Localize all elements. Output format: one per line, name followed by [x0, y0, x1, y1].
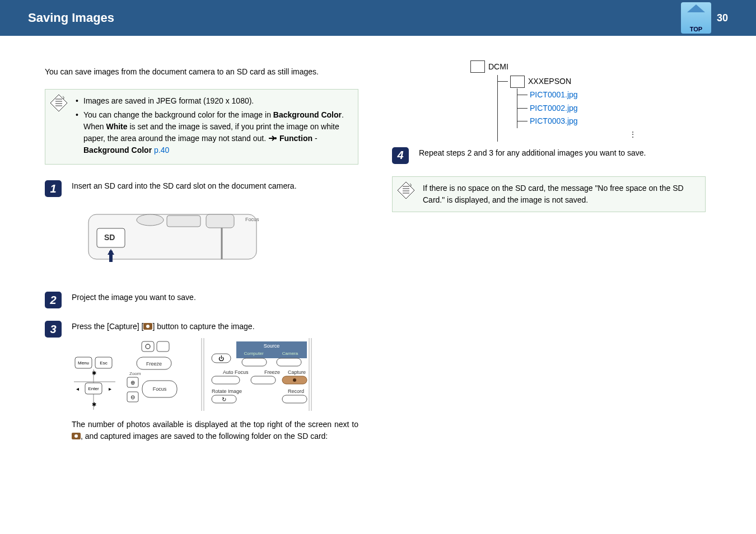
pointer-icon: [268, 134, 277, 142]
svg-rect-6: [167, 216, 200, 227]
capture-label: Capture: [288, 369, 306, 375]
svg-rect-34: [242, 358, 267, 366]
computer-label: Computer: [244, 351, 263, 356]
folder-root: DCMI: [470, 60, 706, 73]
autofocus-label: Auto Focus: [223, 369, 249, 375]
note-box-tips: Images are saved in JPEG format (1920 x …: [45, 89, 358, 165]
svg-rect-37: [251, 376, 276, 384]
svg-text:⊕: ⊕: [130, 380, 135, 386]
left-column: You can save images from the document ca…: [45, 58, 358, 462]
svg-point-39: [293, 378, 296, 382]
source-label: Source: [264, 343, 280, 349]
step-4-body: Repeat steps 2 and 3 for any additional …: [419, 147, 706, 164]
folder-sub: XXXEPSON PICT0001.jpg PICT0002.jpg PICT0…: [498, 75, 706, 142]
step-3-num: 3: [45, 321, 62, 338]
svg-text:⊖: ⊖: [130, 394, 135, 400]
svg-rect-42: [282, 395, 307, 403]
capture-icon: [143, 323, 152, 330]
top-home-icon[interactable]: TOP: [681, 2, 711, 34]
step-3-after: The number of photos available is displa…: [72, 419, 358, 442]
control-panel-left: Freeze Zoom ⊕ ⊖ Focus Menu Esc: [72, 338, 184, 411]
step-3-body: Press the [Capture] [] button to capture…: [72, 321, 358, 450]
capture-icon-2: [72, 433, 81, 439]
step-4: 4 Repeat steps 2 and 3 for any additiona…: [392, 147, 706, 164]
note-box-warning: If there is no space on the SD card, the…: [392, 176, 706, 212]
intro-text: You can save images from the document ca…: [45, 66, 358, 78]
folder-diagram: DCMI XXXEPSON PICT0001.jpg PICT0002.jpg …: [392, 60, 706, 142]
s3-aa: The number of photos available is displa…: [72, 420, 358, 429]
focus-label: Focus: [153, 386, 167, 392]
folder-sub-label: XXXEPSON: [528, 75, 571, 88]
step-2-text: Project the image you want to save.: [72, 292, 358, 303]
zoom-label: Zoom: [129, 371, 141, 376]
enter-label: Enter: [88, 386, 99, 391]
n1-b2-f: Function: [279, 134, 312, 143]
page-title: Saving Images: [28, 11, 114, 25]
header-right: TOP 30: [681, 2, 728, 34]
svg-marker-43: [398, 182, 414, 199]
folder-ellipsis: ⋮: [561, 128, 706, 142]
page-ref-link[interactable]: p.40: [154, 146, 169, 154]
freeze-label-r: Freeze: [264, 369, 280, 375]
svg-text:◂: ◂: [76, 386, 79, 392]
s3-ta: Press the [Capture] [: [72, 322, 143, 331]
folder-icon: [470, 60, 485, 73]
n1-b2-h: Background Color: [83, 146, 152, 154]
n1-b2-d: White: [106, 122, 127, 131]
n1-b2-a: You can change the background color for …: [83, 110, 273, 119]
svg-marker-0: [50, 95, 67, 111]
step-1-body: Insert an SD card into the SD card slot …: [72, 180, 358, 279]
menu-label: Menu: [78, 360, 89, 366]
file-2[interactable]: PICT0002.jpg: [517, 102, 706, 115]
svg-text:Focus: Focus: [245, 217, 259, 222]
top-label: TOP: [690, 26, 702, 32]
n1-b2-b: Background Color: [273, 110, 342, 119]
header-bar: Saving Images TOP 30: [0, 0, 756, 36]
note1-bullet2: You can change the background color for …: [76, 109, 350, 156]
step-2-body: Project the image you want to save.: [72, 292, 358, 308]
control-panels: Freeze Zoom ⊕ ⊖ Focus Menu Esc: [72, 338, 358, 411]
folder-icon: [510, 76, 525, 88]
svg-text:✱: ✱: [92, 370, 96, 376]
folder-root-label: DCMI: [488, 62, 508, 71]
n1-b2-g: -: [312, 134, 318, 143]
note1-b1-text: Images are saved in JPEG format (1920 x …: [83, 96, 254, 105]
esc-label: Esc: [100, 360, 107, 366]
step-2: 2 Project the image you want to save.: [45, 292, 358, 308]
step-3-text: Press the [Capture] [] button to capture…: [72, 321, 358, 332]
note-icon: [397, 181, 415, 199]
step-2-num: 2: [45, 292, 62, 308]
note1-bullet1: Images are saved in JPEG format (1920 x …: [76, 95, 350, 107]
right-column: DCMI XXXEPSON PICT0001.jpg PICT0002.jpg …: [392, 58, 706, 462]
svg-rect-36: [212, 376, 240, 384]
note-icon: [50, 94, 68, 112]
step-4-num: 4: [392, 147, 409, 164]
step-3: 3 Press the [Capture] [] button to captu…: [45, 321, 358, 450]
camera-label: Camera: [282, 351, 298, 356]
s3-ab: , and captured images are saved to the f…: [81, 432, 328, 441]
step-1-text: Insert an SD card into the SD card slot …: [72, 180, 358, 192]
step-1-num: 1: [45, 180, 62, 197]
svg-rect-13: [157, 341, 169, 352]
svg-text:⏻: ⏻: [218, 355, 224, 362]
page-number: 30: [717, 12, 728, 24]
file-3[interactable]: PICT0003.jpg: [517, 115, 706, 128]
svg-rect-7: [206, 214, 234, 228]
svg-text:SD: SD: [104, 233, 115, 242]
svg-text:▸: ▸: [109, 386, 111, 392]
record-label: Record: [288, 388, 304, 394]
s3-tb: ] button to capture the image.: [152, 322, 254, 331]
note2-text: If there is no space on the SD card, the…: [423, 182, 697, 206]
freeze-label: Freeze: [146, 361, 162, 367]
step-4-text: Repeat steps 2 and 3 for any additional …: [419, 147, 706, 159]
svg-point-1: [274, 137, 277, 139]
svg-point-5: [137, 214, 164, 226]
camera-illustration: SD Focus: [72, 198, 358, 279]
svg-text:✱: ✱: [92, 401, 96, 407]
step-1: 1 Insert an SD card into the SD card slo…: [45, 180, 358, 279]
control-panel-right: Source Computer Camera ⏻ Auto Focus Free…: [200, 338, 312, 411]
rotate-label: Rotate Image: [212, 388, 242, 394]
file-1[interactable]: PICT0001.jpg: [517, 88, 706, 102]
svg-rect-11: [142, 341, 154, 352]
svg-rect-35: [277, 358, 301, 366]
